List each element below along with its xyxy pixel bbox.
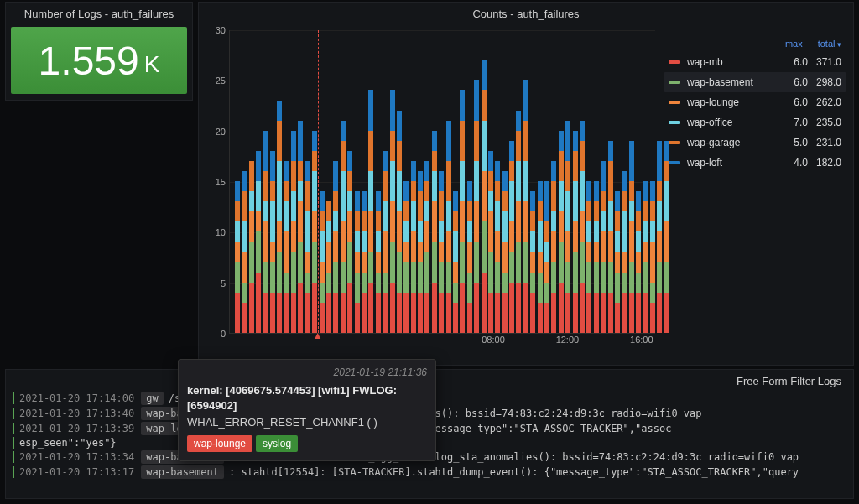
bar-column[interactable] [629,141,634,333]
legend-row[interactable]: wap-lounge6.0262.0 [664,92,846,112]
bar-column[interactable] [320,191,325,333]
bar-column[interactable] [509,141,514,333]
bar-column[interactable] [559,131,564,333]
bar-column[interactable] [495,161,500,333]
stat-body: 1.559 K [11,27,187,94]
annotation-marker-icon[interactable]: ▲ [313,330,323,341]
legend-swatch-icon [669,101,680,104]
bar-column[interactable] [474,80,479,333]
bar-column[interactable] [270,151,275,333]
bar-column[interactable] [601,161,606,333]
bar-column[interactable] [298,121,303,333]
bar-column[interactable] [418,171,423,333]
chart-y-axis: 051015202530 [206,30,229,359]
legend-max-value: 6.0 [774,96,808,108]
bar-column[interactable] [551,161,556,333]
bar-column[interactable] [523,80,528,333]
chart-panel[interactable]: Counts - auth_failures 051015202530 08:0… [198,2,854,366]
legend-series-name: wap-loft [687,157,774,169]
bar-column[interactable] [256,151,261,333]
chart-legend[interactable]: max total wap-mb6.0371.0wap-basement6.02… [664,30,846,359]
bar-column[interactable] [594,181,599,333]
bar-column[interactable] [403,181,409,333]
bar-column[interactable] [355,191,360,333]
legend-row[interactable]: wap-mb6.0371.0 [664,52,846,72]
bar-column[interactable] [291,131,296,333]
y-tick: 25 [216,75,226,86]
bar-column[interactable] [573,131,578,333]
bar-column[interactable] [657,141,662,333]
stat-panel[interactable]: Number of Logs - auth_failures 1.559 K [5,2,193,101]
log-level-bar-icon [13,466,14,478]
bar-column[interactable] [242,171,247,333]
bar-column[interactable] [439,171,444,333]
bar-column[interactable] [608,141,613,333]
bar-column[interactable] [488,151,493,333]
tooltip-timestamp: 2021-01-19 21:11:36 [187,366,427,378]
legend-row[interactable]: wap-loft4.0182.0 [664,153,846,173]
bar-column[interactable] [432,131,437,333]
legend-row[interactable]: wap-office7.0235.0 [664,112,846,132]
bar-column[interactable] [453,191,458,333]
bar-column[interactable] [249,161,254,333]
legend-series-name: wap-lounge [687,96,774,108]
bar-column[interactable] [446,121,451,333]
log-host-tag: wap-basement [141,465,224,479]
bar-column[interactable] [502,171,508,333]
stat-unit: K [144,51,160,78]
bar-column[interactable] [341,121,346,333]
bar-column[interactable] [347,151,352,333]
log-message: : stahtd[12554]: [STA-TRACKER].stahtd_du… [229,466,799,478]
bar-column[interactable] [516,111,521,333]
log-line[interactable]: 2021-01-20 17:13:17wap-basement: stahtd[… [6,465,853,480]
legend-max-value: 6.0 [774,76,808,88]
x-tick: 16:00 [630,335,653,345]
chart-plot-area[interactable]: 051015202530 08:0012:0016:00 ▲ [206,30,655,359]
legend-max-value: 4.0 [774,157,808,169]
tooltip-tag: syslog [256,435,298,452]
bar-column[interactable] [643,181,648,333]
bar-column[interactable] [312,131,317,333]
legend-col-total[interactable]: total [818,39,841,49]
bar-column[interactable] [565,121,570,333]
bar-column[interactable] [636,191,641,333]
legend-swatch-icon [669,141,680,144]
bar-column[interactable] [368,90,373,333]
legend-swatch-icon [669,121,680,124]
bar-column[interactable] [362,191,367,333]
legend-header[interactable]: max total [664,35,846,52]
bar-column[interactable] [650,181,655,333]
bar-column[interactable] [333,161,338,333]
legend-total-value: 235.0 [808,117,841,128]
bar-column[interactable] [411,161,416,333]
bar-column[interactable] [580,121,585,333]
bar-column[interactable] [305,161,310,333]
bar-column[interactable] [530,191,535,333]
annotation-tooltip: 2021-01-19 21:11:36 kernel: [4069675.574… [178,359,436,461]
bar-column[interactable] [397,111,402,333]
bar-column[interactable] [467,181,472,333]
bar-column[interactable] [586,181,591,333]
y-tick: 0 [221,329,226,339]
legend-col-max[interactable]: max [785,39,803,49]
legend-row[interactable]: wap-basement6.0298.0 [664,72,846,92]
bar-column[interactable] [383,151,388,333]
bar-column[interactable] [424,161,430,333]
bar-column[interactable] [482,60,487,333]
bar-column[interactable] [277,101,282,334]
chart-bars[interactable]: 08:0012:0016:00 ▲ [229,30,655,334]
legend-series-name: wap-office [687,117,774,128]
bar-column[interactable] [235,181,240,333]
bar-column[interactable] [284,161,289,333]
bar-column[interactable] [263,131,268,333]
bar-column[interactable] [615,191,620,333]
bar-column[interactable] [390,90,395,333]
bar-column[interactable] [664,141,669,333]
bar-column[interactable] [376,191,381,333]
bar-column[interactable] [326,201,331,333]
bar-column[interactable] [544,181,549,333]
bar-column[interactable] [460,90,465,333]
legend-row[interactable]: wap-garage5.0231.0 [664,132,846,153]
bar-column[interactable] [538,181,543,333]
bar-column[interactable] [622,171,627,333]
